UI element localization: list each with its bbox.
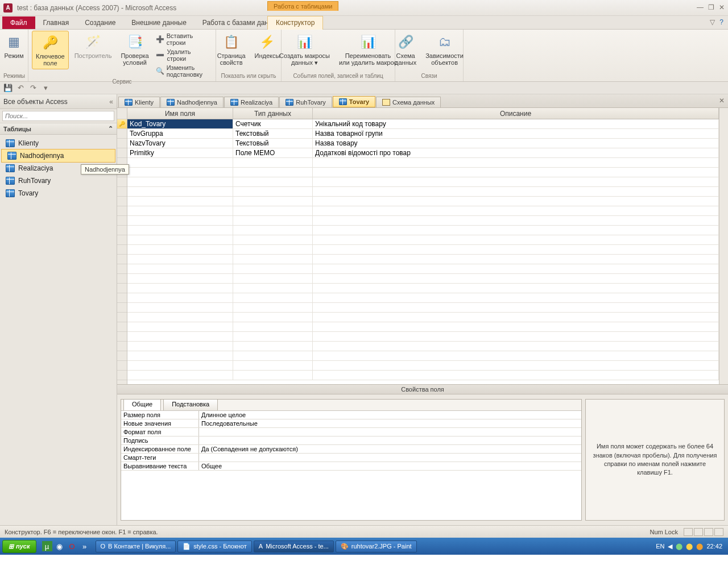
row-selector[interactable] — [117, 284, 127, 293]
grid-row[interactable] — [127, 168, 719, 177]
relationships-button[interactable]: 🔗Схема данных — [391, 31, 420, 68]
ql-chrome-icon[interactable]: ◉ — [55, 541, 65, 551]
nav-item-tovary[interactable]: Tovary — [0, 187, 117, 199]
qat-dropdown-icon[interactable]: ▾ — [41, 84, 50, 93]
grid-row[interactable] — [127, 342, 719, 351]
tray-network-icon[interactable]: ⬤ — [676, 543, 682, 550]
row-selector[interactable] — [117, 371, 127, 380]
redo-icon[interactable]: ↷ — [28, 84, 38, 93]
undo-icon[interactable]: ↶ — [16, 84, 25, 93]
prop-value[interactable]: Последовательные — [199, 419, 581, 427]
grid-row[interactable] — [127, 371, 719, 380]
start-button[interactable]: ⊞ пуск — [2, 540, 36, 553]
grid-row[interactable] — [127, 303, 719, 313]
row-selector[interactable] — [117, 351, 127, 361]
grid-row[interactable] — [127, 226, 719, 235]
doc-tab-5[interactable]: Схема данных — [376, 97, 441, 107]
col-header-desc[interactable]: Описание — [313, 108, 719, 119]
row-selector[interactable] — [117, 129, 127, 139]
grid-row[interactable]: PrimitkyПоле MEMOДодаткові відомості про… — [127, 148, 719, 158]
prop-tab-general[interactable]: Общие — [123, 399, 161, 410]
row-selector[interactable] — [117, 206, 127, 216]
tray-volume-icon[interactable]: ⬤ — [686, 543, 693, 550]
taskbar-task[interactable]: OВ Контакте | Викуля... — [96, 541, 176, 552]
property-row[interactable]: Индексированное полеДа (Совпадения не до… — [121, 445, 581, 454]
help-icon[interactable]: ? — [719, 18, 723, 26]
row-selector[interactable] — [117, 274, 127, 284]
vertical-scrollbar[interactable] — [719, 108, 728, 384]
insert-rows-button[interactable]: ➕Вставить строки — [155, 32, 212, 47]
grid-row[interactable] — [127, 322, 719, 332]
grid-row[interactable] — [127, 293, 719, 303]
property-row[interactable]: Новые значенияПоследовательные — [121, 419, 581, 428]
close-tab-icon[interactable]: ✕ — [719, 97, 725, 105]
tray-icon[interactable]: ◀ — [668, 543, 672, 550]
collapse-nav-icon[interactable]: « — [109, 98, 113, 106]
grid-row[interactable] — [127, 177, 719, 187]
cell-desc[interactable]: Додаткові відомості про товар — [313, 148, 719, 157]
validation-button[interactable]: 📑Проверка условий — [117, 31, 152, 68]
ql-opera-icon[interactable]: O — [67, 541, 77, 551]
tab-home[interactable]: Главная — [35, 16, 77, 29]
view-design-icon[interactable] — [684, 528, 693, 536]
close-icon[interactable]: ✕ — [719, 3, 725, 11]
view-sql-icon[interactable] — [704, 528, 713, 536]
grid-row[interactable]: NazvTovaryТекстовыйНазва товару — [127, 139, 719, 148]
cell-type[interactable]: Поле MEMO — [233, 148, 313, 157]
prop-value[interactable]: Длинное целое — [199, 411, 581, 419]
cell-name[interactable]: NazvTovary — [127, 139, 233, 148]
grid-row[interactable] — [127, 332, 719, 342]
doc-tab-2[interactable]: Realizaciya — [224, 97, 279, 107]
prop-tab-lookup[interactable]: Подстановка — [163, 399, 218, 410]
col-header-name[interactable]: Имя поля — [127, 108, 233, 119]
view-button[interactable]: ▦Режим — [1, 31, 27, 61]
cell-type[interactable]: Счетчик — [233, 119, 313, 128]
row-selector[interactable] — [117, 177, 127, 187]
row-selector[interactable] — [117, 197, 127, 206]
create-macros-button[interactable]: 📊Создать макросы данных ▾ — [276, 31, 333, 68]
taskbar-task[interactable]: 🎨ruhtovar2.JPG - Paint — [336, 541, 417, 552]
save-icon[interactable]: 💾 — [3, 84, 13, 93]
property-row[interactable]: Формат поля — [121, 428, 581, 436]
property-row[interactable]: Выравнивание текстаОбщее — [121, 462, 581, 471]
prop-value[interactable] — [199, 454, 581, 462]
rename-macro-button[interactable]: 📊Переименовать или удалить макрос — [336, 31, 400, 68]
restore-icon[interactable]: ❐ — [708, 3, 714, 11]
language-indicator[interactable]: EN — [656, 543, 664, 550]
file-tab[interactable]: Файл — [2, 16, 35, 29]
nav-item-ruhtovary[interactable]: RuhTovary — [0, 174, 117, 187]
clock[interactable]: 22:42 — [706, 543, 722, 550]
grid-row[interactable] — [127, 197, 719, 206]
grid-row[interactable] — [127, 313, 719, 322]
ql-utorrent-icon[interactable]: µ — [42, 541, 52, 551]
row-selector[interactable] — [117, 293, 127, 303]
grid-row[interactable] — [127, 284, 719, 293]
row-selector[interactable] — [117, 255, 127, 264]
property-sheet-button[interactable]: 📋Страница свойств — [214, 31, 249, 68]
row-selector[interactable] — [117, 361, 127, 371]
row-selector[interactable]: 🔑 — [117, 119, 127, 129]
doc-tab-0[interactable]: Klienty — [118, 97, 160, 107]
grid-row[interactable] — [127, 158, 719, 168]
taskbar-task[interactable]: AMicrosoft Access - te... — [254, 541, 334, 552]
ql-more-icon[interactable]: » — [80, 541, 90, 551]
grid-row[interactable] — [127, 264, 719, 274]
row-selector[interactable] — [117, 187, 127, 197]
view-datasheet-icon[interactable] — [694, 528, 703, 536]
cell-desc[interactable]: Назва товарної групи — [313, 129, 719, 138]
grid-row[interactable] — [127, 235, 719, 245]
cell-name[interactable]: TovGruppa — [127, 129, 233, 138]
primary-key-button[interactable]: 🔑Ключевое поле — [32, 31, 69, 69]
prop-value[interactable] — [199, 436, 581, 444]
nav-item-klienty[interactable]: Klienty — [0, 137, 117, 149]
grid-row[interactable] — [127, 187, 719, 197]
prop-value[interactable]: Да (Совпадения не допускаются) — [199, 445, 581, 453]
builder-button[interactable]: 🪄Построитель — [71, 31, 115, 61]
doc-tab-1[interactable]: Nadhodjennya — [160, 97, 224, 107]
property-row[interactable]: Смарт-теги — [121, 454, 581, 462]
minimize-icon[interactable]: — — [697, 3, 704, 11]
prop-value[interactable]: Общее — [199, 462, 581, 470]
property-row[interactable]: Подпись — [121, 436, 581, 445]
row-selector[interactable] — [117, 303, 127, 313]
tab-external[interactable]: Внешние данные — [123, 16, 195, 29]
